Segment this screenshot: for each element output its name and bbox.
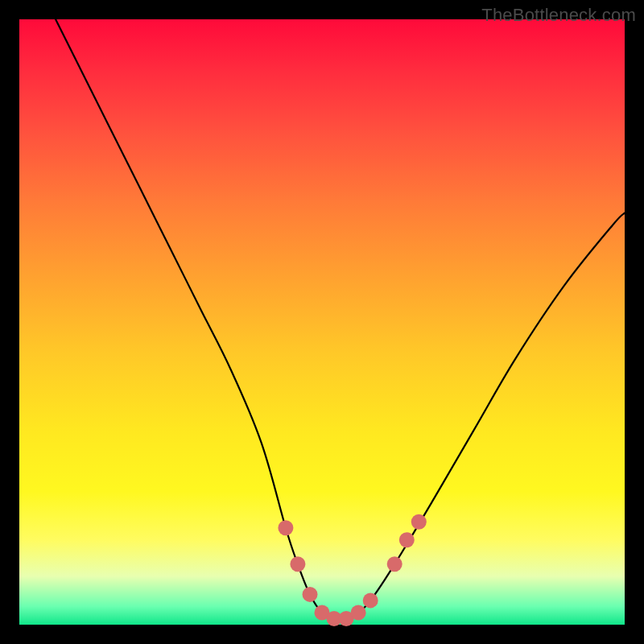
highlight-dot — [303, 587, 318, 602]
highlight-dot — [278, 520, 293, 535]
highlight-dot — [411, 514, 427, 530]
highlight-dot — [290, 556, 305, 572]
highlight-dots-group — [278, 514, 426, 626]
bottleneck-curve-svg — [19, 19, 625, 625]
highlight-dot — [399, 532, 415, 547]
highlight-dot — [387, 556, 402, 572]
watermark-text: TheBottleneck.com — [481, 5, 636, 26]
chart-plot-area — [19, 19, 625, 625]
highlight-dot — [363, 592, 378, 608]
highlight-dot — [351, 605, 366, 621]
bottleneck-curve-path — [56, 19, 625, 619]
